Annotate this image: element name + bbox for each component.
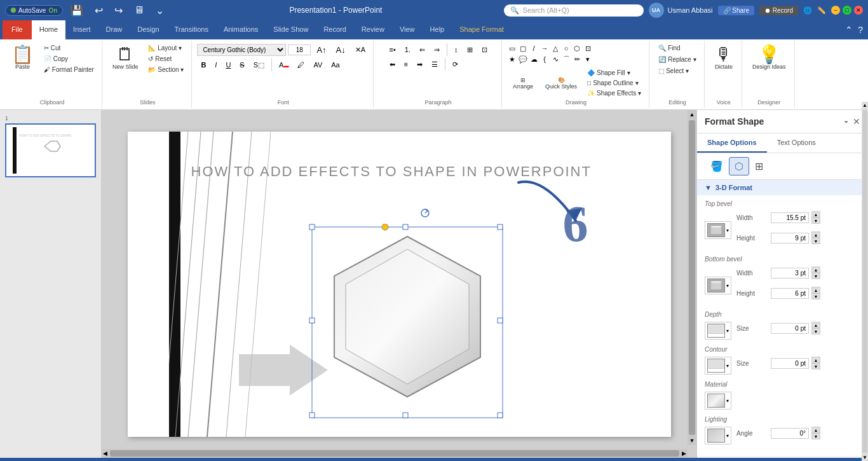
tab-design[interactable]: Design [130,20,166,39]
panel-scroll-thumb[interactable] [862,110,867,453]
fill-line-icon-button[interactable]: 🪣 [705,157,729,175]
tab-file[interactable]: File [3,20,32,39]
columns-button[interactable]: ⊞ [463,44,477,56]
shape-rounded[interactable]: ▢ [518,43,528,53]
tab-view[interactable]: View [392,20,423,39]
replace-button[interactable]: 🔄 Replace ▾ [654,55,700,64]
cut-button[interactable]: ✂ Cut [40,43,98,53]
bullets-button[interactable]: ≡• [386,44,400,55]
share-button-title[interactable]: 🔗 Share [718,6,754,15]
underline-button[interactable]: U [222,59,234,71]
lighting-angle-input[interactable] [771,428,809,439]
maximize-button[interactable]: □ [843,6,851,15]
shape-cloud[interactable]: ☁ [529,54,539,64]
contour-down[interactable]: ▼ [811,363,820,369]
scroll-left-button[interactable]: ◀ [102,449,109,458]
scroll-thumb-h[interactable] [110,450,679,457]
bottom-bevel-height-input[interactable] [771,288,809,299]
panel-scroll-down[interactable]: ▼ [862,454,868,458]
top-bevel-width-up[interactable]: ▲ [811,211,820,217]
section-button[interactable]: 📂 Section ▾ [144,65,187,74]
panel-close-button[interactable]: ✕ [853,116,860,127]
top-bevel-height-input[interactable] [771,233,809,244]
lighting-angle-down[interactable]: ▼ [811,433,820,439]
shape-star[interactable]: ★ [507,54,517,64]
slide-canvas[interactable]: HOW TO ADD EFFECTS TO SHAPE IN POWERPOIN… [102,110,696,458]
undo-button[interactable]: ↩ [91,3,107,18]
rotate-handle[interactable] [420,208,430,219]
shape-effects-button[interactable]: ✨ Shape Effects ▾ [583,88,645,98]
convert-to-smartart-button[interactable]: ⊡ [478,44,491,56]
redo-button[interactable]: ↪ [111,3,126,18]
top-bevel-width-down[interactable]: ▼ [811,217,820,224]
bottom-bevel-width-down[interactable]: ▼ [811,273,820,279]
change-case-button[interactable]: Aa [327,59,343,71]
vertical-scrollbar[interactable]: ▲ ▼ [688,110,696,445]
bottom-bevel-swatch[interactable]: ▾ [705,277,731,294]
design-ideas-button[interactable]: 💡 Design Ideas [747,43,791,72]
shape-hex[interactable]: ⬡ [572,43,582,53]
bottom-bevel-height-down[interactable]: ▼ [811,293,820,299]
shape-expand[interactable]: ▾ [583,54,593,64]
tab-text-options[interactable]: Text Options [767,134,826,153]
size-position-icon-button[interactable]: ⊞ [749,157,769,175]
section-3d-header[interactable]: ▼ 3-D Format [697,180,868,195]
tab-insert[interactable]: Insert [65,20,98,39]
layout-button[interactable]: 📐 Layout ▾ [144,43,187,53]
depth-down[interactable]: ▼ [811,328,820,334]
align-center-button[interactable]: ≡ [400,58,412,70]
numbering-button[interactable]: 1. [401,44,414,55]
tab-shape-options[interactable]: Shape Options [697,134,767,153]
shape-line[interactable]: / [529,43,539,53]
depth-color-swatch[interactable]: ▾ [705,322,731,340]
bottom-bevel-width-up[interactable]: ▲ [811,266,820,273]
dictate-button[interactable]: 🎙 Dictate [710,43,738,72]
arrange-button[interactable]: ⊞ Arrange [507,75,539,92]
shape-arrow[interactable]: → [539,43,550,53]
material-swatch[interactable]: ▾ [705,392,731,409]
tab-shape-format[interactable]: Shape Format [452,20,512,39]
search-box[interactable]: 🔍 Search (Alt+Q) [504,4,644,17]
line-spacing-button[interactable]: ↕ [451,44,462,55]
shape-outline-button[interactable]: □ Shape Outline ▾ [583,78,645,88]
top-bevel-height-up[interactable]: ▲ [811,231,820,238]
top-bevel-swatch[interactable]: ▾ [705,221,731,239]
new-slide-button[interactable]: 🗒 New Slide [107,43,144,72]
decrease-indent-button[interactable]: ⇐ [416,44,429,56]
format-painter-button[interactable]: 🖌 Format Painter [40,65,98,74]
text-direction-button[interactable]: ⟳ [449,58,462,71]
shape-fill-button[interactable]: 🔷 Shape Fill ▾ [583,68,645,78]
shadow-button[interactable]: S⬚ [250,59,268,71]
paste-button[interactable]: 📋 Paste [6,43,39,72]
lighting-swatch[interactable]: ▾ [705,427,731,444]
tab-review[interactable]: Review [354,20,392,39]
bold-button[interactable]: B [197,59,210,71]
panel-scrollbar[interactable]: ▲ ▼ [862,110,868,458]
horizontal-scrollbar[interactable]: ◀ ▶ [102,449,688,458]
lighting-angle-up[interactable]: ▲ [811,427,820,433]
font-size-input[interactable] [288,45,311,55]
shape-tri[interactable]: △ [550,43,560,53]
justify-button[interactable]: ☰ [428,58,442,71]
copy-button[interactable]: 📄 Copy [40,54,98,64]
select-button[interactable]: ⬚ Select ▾ [654,66,693,76]
help-icon[interactable]: ? [858,25,863,35]
depth-up[interactable]: ▲ [811,322,820,328]
scroll-right-button[interactable]: ▶ [681,449,688,458]
top-bevel-height-down[interactable]: ▼ [811,238,820,244]
italic-button[interactable]: I [211,59,220,71]
tab-record[interactable]: Record [316,20,353,39]
tab-animations[interactable]: Animations [216,20,266,39]
align-left-button[interactable]: ⬅ [386,58,399,71]
shape-callout[interactable]: 💬 [518,54,528,64]
contour-color-swatch[interactable]: ▾ [705,357,731,375]
scroll-up-button[interactable]: ▲ [688,110,696,119]
font-increase-button[interactable]: A↑ [313,43,330,57]
shape-curve[interactable]: ∿ [550,54,560,64]
tab-home[interactable]: Home [32,20,65,39]
char-spacing-button[interactable]: AV [309,59,326,71]
find-button[interactable]: 🔍 Find [654,43,684,53]
align-right-button[interactable]: ➡ [413,58,426,71]
quick-styles-button[interactable]: 🎨 Quick Styles [541,75,581,92]
panel-collapse-button[interactable]: ⌄ [843,116,849,127]
